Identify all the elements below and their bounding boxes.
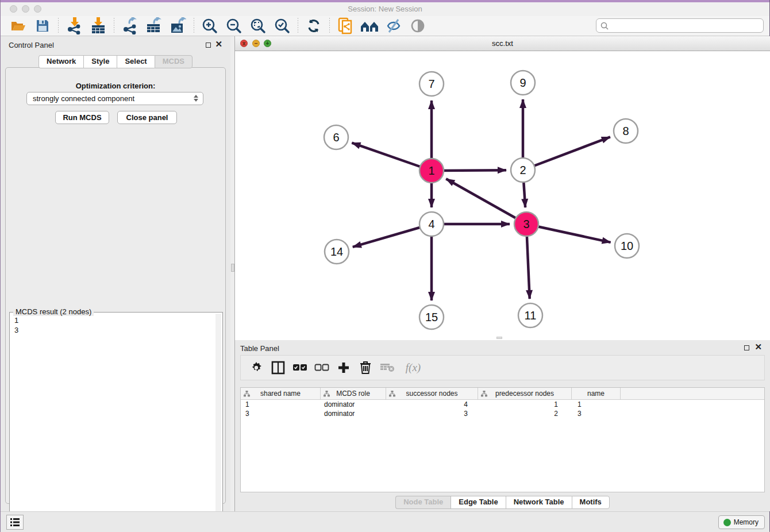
table-row[interactable]: 1dominator411 [241, 400, 764, 409]
network-canvas[interactable]: 7968124314101511 [235, 51, 770, 340]
graph-node-4[interactable]: 4 [419, 212, 444, 236]
export-network-icon[interactable] [120, 17, 140, 34]
svg-text:7: 7 [428, 78, 434, 90]
edge-3-10[interactable] [526, 224, 611, 242]
network-resize-handle[interactable] [496, 337, 502, 339]
svg-text:3: 3 [523, 218, 529, 230]
column-header-predecessor-nodes[interactable]: predecessor nodes [478, 388, 572, 399]
first-neighbors-icon[interactable] [359, 17, 380, 34]
table-cell: 3 [386, 409, 478, 418]
hide-details-icon[interactable] [383, 17, 404, 34]
table-row[interactable]: 3dominator323 [241, 409, 764, 418]
search-input[interactable] [609, 22, 763, 30]
tab-mcds[interactable]: MCDS [155, 55, 192, 68]
export-table-icon[interactable] [144, 17, 164, 34]
network-graph[interactable]: 7968124314101511 [235, 51, 770, 340]
tab-node-table[interactable]: Node Table [395, 496, 451, 509]
control-panel-title: Control Panel [9, 41, 54, 49]
zoom-selected-icon[interactable] [272, 17, 292, 34]
graph-node-10[interactable]: 10 [615, 234, 639, 258]
result-scrollbar[interactable] [215, 314, 221, 530]
search-icon [600, 21, 609, 30]
export-image-icon[interactable] [168, 17, 188, 34]
network-window-titlebar[interactable]: x – + scc.txt [235, 36, 770, 51]
splitter-handle[interactable] [231, 264, 234, 272]
table-cell: 4 [386, 400, 478, 409]
svg-text:4: 4 [428, 218, 434, 230]
hierarchy-icon [481, 391, 487, 397]
vertical-splitter[interactable] [230, 36, 235, 511]
svg-text:6: 6 [333, 131, 339, 144]
split-view-icon[interactable] [270, 359, 287, 376]
tab-edge-table[interactable]: Edge Table [451, 496, 505, 509]
import-network-icon[interactable] [64, 17, 84, 34]
node-table[interactable]: shared nameMCDS rolesuccessor nodesprede… [240, 387, 765, 492]
birds-eye-view-icon[interactable] [407, 17, 428, 34]
close-table-panel-icon[interactable]: ✕ [754, 342, 762, 352]
refresh-layout-icon[interactable] [303, 17, 324, 34]
edge-2-8[interactable] [523, 137, 610, 170]
function-builder-icon[interactable]: f(x) [401, 359, 426, 376]
save-session-icon[interactable] [32, 17, 53, 34]
table-panel-title: Table Panel [240, 344, 279, 353]
graph-node-9[interactable]: 9 [511, 71, 535, 95]
table-panel: Table Panel ✕ [235, 340, 770, 511]
graph-node-3[interactable]: 3 [514, 212, 538, 236]
search-box[interactable] [596, 18, 764, 33]
svg-text:11: 11 [525, 309, 537, 322]
tab-select[interactable]: Select [117, 55, 154, 68]
table-cell: dominator [321, 409, 386, 418]
table-header-row: shared nameMCDS rolesuccessor nodesprede… [241, 388, 764, 400]
graph-node-7[interactable]: 7 [419, 72, 444, 96]
graph-node-14[interactable]: 14 [325, 240, 349, 264]
zoom-fit-icon[interactable] [248, 17, 268, 34]
close-panel-button[interactable]: Close panel [117, 111, 177, 124]
mcds-result-list: 13 [14, 315, 18, 335]
toolbar-separator [58, 18, 59, 34]
tab-network[interactable]: Network [38, 55, 83, 68]
float-table-panel-icon[interactable] [744, 345, 749, 350]
add-column-icon[interactable] [335, 359, 352, 376]
table-cell: dominator [321, 400, 386, 409]
table-cell: 1 [478, 400, 572, 409]
optimization-criterion-select[interactable]: strongly connected component [26, 92, 203, 105]
mcds-panel: Optimization criterion: strongly connect… [5, 67, 226, 504]
table-cell: 1 [241, 400, 321, 409]
edge-3-1[interactable] [446, 179, 526, 224]
open-session-icon[interactable] [8, 17, 29, 34]
column-header-MCDS-role[interactable]: MCDS role [321, 388, 386, 399]
delete-column-icon[interactable] [357, 359, 374, 376]
table-toolbar: f(x) [240, 355, 765, 380]
task-history-button[interactable] [6, 515, 24, 530]
close-panel-icon[interactable]: ✕ [215, 39, 222, 49]
toolbar-separator [194, 18, 194, 34]
column-header-name[interactable]: name [572, 388, 621, 399]
delete-table-icon[interactable] [379, 359, 396, 376]
settings-icon[interactable] [248, 359, 265, 376]
memory-button[interactable]: Memory [718, 515, 765, 529]
optimization-criterion-label: Optimization criterion: [6, 82, 225, 90]
tab-style[interactable]: Style [83, 55, 117, 68]
deselect-all-icon[interactable] [313, 359, 330, 376]
svg-text:9: 9 [519, 76, 526, 89]
column-header-shared-name[interactable]: shared name [241, 388, 321, 399]
column-header-successor-nodes[interactable]: successor nodes [386, 388, 478, 399]
graph-node-15[interactable]: 15 [419, 305, 444, 329]
clone-network-icon[interactable] [335, 17, 356, 34]
graph-node-2[interactable]: 2 [511, 158, 535, 182]
select-spinner-icon [194, 95, 198, 102]
run-mcds-button[interactable]: Run MCDS [55, 111, 109, 124]
svg-text:1: 1 [428, 164, 434, 177]
graph-node-6[interactable]: 6 [324, 125, 348, 149]
control-panel: Control Panel ✕ NetworkStyleSelectMCDS O… [1, 36, 230, 511]
select-all-icon[interactable] [291, 359, 309, 376]
graph-node-11[interactable]: 11 [518, 303, 542, 327]
float-panel-icon[interactable] [206, 43, 211, 48]
zoom-out-icon[interactable] [224, 17, 244, 34]
tab-motifs[interactable]: Motifs [572, 496, 610, 509]
zoom-in-icon[interactable] [199, 17, 220, 34]
graph-node-1[interactable]: 1 [419, 159, 444, 183]
tab-network-table[interactable]: Network Table [506, 496, 572, 509]
graph-node-8[interactable]: 8 [614, 119, 638, 143]
import-table-icon[interactable] [88, 17, 109, 34]
